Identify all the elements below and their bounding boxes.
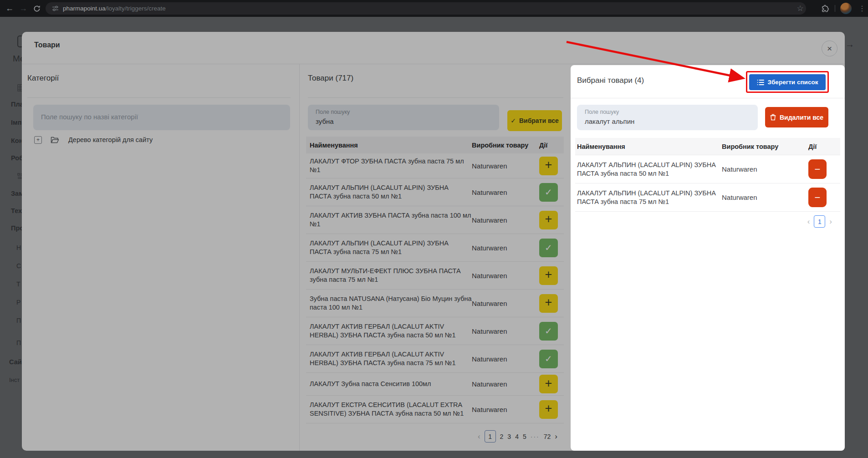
selected-search-input[interactable]: Поле пошуку лакалут альпин xyxy=(577,105,758,130)
col-name: Найменування xyxy=(575,143,722,150)
table-row: ЛАКАЛУТ АЛЬПИН (LACALUT ALPIN) ЗУБНА ПАС… xyxy=(575,183,840,212)
remove-product-button[interactable]: − xyxy=(808,188,827,207)
annotation-arrow xyxy=(560,36,756,86)
page-next-icon: › xyxy=(829,217,832,226)
delete-all-label: Видалити все xyxy=(780,114,823,121)
selected-products-panel: Вибрані товари (4) Зберегти список Поле … xyxy=(571,65,845,451)
remove-product-button[interactable]: − xyxy=(808,159,827,179)
selected-table: ЛАКАЛУТ АЛЬПИН (LACALUT ALPIN) ЗУБНА ПАС… xyxy=(575,155,840,212)
trash-icon xyxy=(770,114,776,121)
selected-pagination: ‹ 1 › xyxy=(807,215,832,228)
selected-table-header: Найменування Виробник товару Дії xyxy=(575,138,840,155)
delete-all-button[interactable]: Видалити все xyxy=(765,107,828,127)
search-label: Поле пошуку xyxy=(585,109,619,115)
product-manufacturer: Naturwaren xyxy=(722,165,808,173)
page-prev-icon: ‹ xyxy=(807,217,810,226)
highlight-box xyxy=(746,71,829,93)
product-name: ЛАКАЛУТ АЛЬПИН (LACALUT ALPIN) ЗУБНА ПАС… xyxy=(575,161,722,178)
col-actions: Дії xyxy=(808,143,817,150)
col-manufacturer: Виробник товару xyxy=(722,143,808,150)
table-row: ЛАКАЛУТ АЛЬПИН (LACALUT ALPIN) ЗУБНА ПАС… xyxy=(575,155,840,183)
product-name: ЛАКАЛУТ АЛЬПИН (LACALUT ALPIN) ЗУБНА ПАС… xyxy=(575,189,722,206)
product-manufacturer: Naturwaren xyxy=(722,193,808,201)
search-value: лакалут альпин xyxy=(585,117,634,125)
screen: ← → pharmapoint.ua/loyalty/triggers/crea… xyxy=(0,0,868,458)
page-current[interactable]: 1 xyxy=(814,215,825,228)
